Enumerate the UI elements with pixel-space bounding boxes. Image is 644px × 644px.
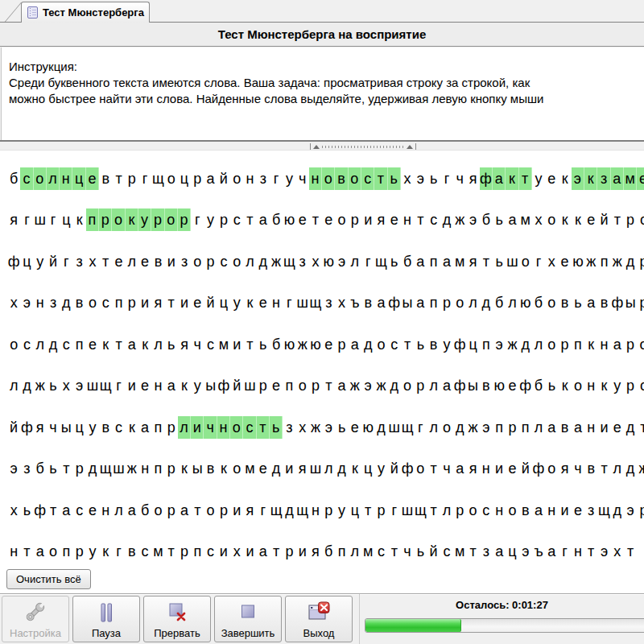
letter-cell[interactable]: д bbox=[611, 499, 624, 522]
letter-cell-highlighted[interactable]: ч bbox=[204, 416, 217, 439]
letter-cell[interactable]: в bbox=[99, 416, 112, 439]
letter-cell-highlighted[interactable]: с bbox=[20, 167, 33, 190]
settings-button[interactable]: Настройка bbox=[2, 596, 69, 642]
letter-cell[interactable]: ж bbox=[453, 208, 466, 231]
letter-cell[interactable]: ю bbox=[519, 291, 532, 314]
letter-cell[interactable]: я bbox=[296, 457, 309, 480]
letter-cell[interactable]: ж bbox=[296, 333, 309, 356]
letter-cell[interactable]: ш bbox=[112, 457, 125, 480]
letter-cell[interactable]: ф bbox=[453, 374, 466, 397]
letter-cell[interactable]: ъ bbox=[532, 540, 545, 563]
letter-cell[interactable]: л bbox=[322, 457, 335, 480]
letter-cell[interactable]: а bbox=[126, 499, 138, 522]
letter-cell[interactable]: б bbox=[532, 291, 545, 314]
letter-cell[interactable]: л bbox=[243, 250, 256, 273]
letter-cell[interactable]: ы bbox=[401, 291, 414, 314]
letter-cell[interactable]: с bbox=[204, 540, 217, 563]
letter-cell[interactable]: к bbox=[243, 291, 256, 314]
letter-cell[interactable]: т bbox=[191, 499, 204, 522]
letter-cell[interactable]: о bbox=[545, 457, 558, 480]
letter-cell[interactable]: г bbox=[532, 250, 545, 273]
letter-cell[interactable]: т bbox=[243, 208, 256, 231]
letter-cell[interactable]: б bbox=[270, 333, 283, 356]
letter-cell[interactable]: о bbox=[230, 167, 243, 190]
letter-cell[interactable]: с bbox=[138, 540, 151, 563]
letter-cell[interactable]: э bbox=[493, 333, 506, 356]
letter-cell[interactable]: д bbox=[440, 208, 453, 231]
letter-cell[interactable]: о bbox=[151, 499, 164, 522]
letter-cell[interactable]: к bbox=[349, 457, 361, 480]
letter-cell[interactable]: щ bbox=[283, 250, 295, 273]
letter-cell[interactable]: к bbox=[126, 416, 138, 439]
letter-cell[interactable]: з bbox=[72, 250, 85, 273]
letter-cell[interactable]: р bbox=[217, 208, 230, 231]
letter-cell-highlighted[interactable]: к bbox=[584, 167, 597, 190]
letter-cell[interactable]: н bbox=[584, 374, 597, 397]
letter-cell-highlighted[interactable]: м bbox=[624, 167, 637, 190]
letter-cell[interactable]: к bbox=[178, 374, 191, 397]
letter-cell[interactable]: й bbox=[519, 457, 532, 480]
letter-cell[interactable]: е bbox=[257, 291, 270, 314]
letter-cell[interactable]: п bbox=[72, 333, 85, 356]
letter-cell[interactable]: д bbox=[374, 416, 387, 439]
letter-cell[interactable]: е bbox=[545, 167, 558, 190]
letter-cell[interactable]: о bbox=[637, 333, 644, 356]
letter-cell[interactable]: е bbox=[296, 208, 309, 231]
letter-cell[interactable]: п bbox=[151, 457, 164, 480]
letter-cell[interactable]: я bbox=[374, 208, 387, 231]
letter-cell[interactable]: ц bbox=[349, 499, 361, 522]
letter-cell[interactable]: ж bbox=[126, 457, 138, 480]
letter-cell[interactable]: я bbox=[34, 416, 47, 439]
letter-cell[interactable]: э bbox=[7, 457, 20, 480]
letter-cell[interactable]: т bbox=[427, 457, 440, 480]
letter-cell[interactable]: о bbox=[545, 208, 558, 231]
letter-cell[interactable]: с bbox=[388, 333, 401, 356]
letter-cell[interactable]: н bbox=[480, 457, 493, 480]
letter-cell[interactable]: м bbox=[243, 457, 256, 480]
letter-cell[interactable]: а bbox=[374, 291, 387, 314]
letter-cell[interactable]: д bbox=[20, 374, 33, 397]
letter-cell[interactable]: р bbox=[283, 540, 295, 563]
letter-cell-highlighted[interactable]: п bbox=[86, 208, 99, 231]
letter-cell-highlighted[interactable]: р bbox=[151, 208, 164, 231]
letter-cell[interactable]: и bbox=[126, 374, 138, 397]
letter-cell[interactable]: й bbox=[217, 167, 230, 190]
letter-cell[interactable]: э bbox=[414, 167, 427, 190]
letter-cell-highlighted[interactable]: ф bbox=[480, 167, 493, 190]
letter-cell[interactable]: л bbox=[466, 291, 479, 314]
letter-cell[interactable]: п bbox=[572, 333, 584, 356]
letter-cell[interactable]: е bbox=[558, 250, 571, 273]
letter-cell[interactable]: у bbox=[191, 374, 204, 397]
letter-cell[interactable]: е bbox=[506, 457, 518, 480]
letter-cell[interactable]: р bbox=[414, 374, 427, 397]
letter-cell[interactable]: и bbox=[138, 291, 151, 314]
letter-cell[interactable]: б bbox=[322, 540, 335, 563]
letter-cell[interactable]: д bbox=[335, 457, 348, 480]
letter-cell[interactable]: с bbox=[440, 540, 453, 563]
letter-cell[interactable]: ю bbox=[283, 333, 295, 356]
letter-cell[interactable]: с bbox=[480, 499, 493, 522]
letter-cell[interactable]: к bbox=[138, 333, 151, 356]
letter-cell[interactable]: ш bbox=[506, 250, 518, 273]
letter-cell-highlighted[interactable]: т bbox=[519, 167, 532, 190]
letter-cell[interactable]: г bbox=[283, 291, 295, 314]
letter-cell[interactable]: р bbox=[374, 499, 387, 522]
letter-cell[interactable]: д bbox=[270, 457, 283, 480]
letter-cell[interactable]: к bbox=[99, 540, 112, 563]
letter-cell[interactable]: у bbox=[230, 291, 243, 314]
letter-cell-highlighted[interactable]: е bbox=[637, 167, 644, 190]
letter-cell-highlighted[interactable]: у bbox=[138, 208, 151, 231]
letter-cell[interactable]: с bbox=[637, 208, 644, 231]
letter-cell[interactable]: в bbox=[519, 499, 532, 522]
letter-cell[interactable]: а bbox=[414, 250, 427, 273]
letter-cell[interactable]: в bbox=[361, 291, 374, 314]
letter-cell[interactable]: э bbox=[335, 250, 348, 273]
letter-cell[interactable]: я bbox=[558, 457, 571, 480]
letter-cell[interactable]: б bbox=[270, 208, 283, 231]
letter-cell[interactable]: и bbox=[558, 499, 571, 522]
letter-cell[interactable]: з bbox=[283, 416, 295, 439]
letter-cell[interactable]: щ bbox=[414, 499, 427, 522]
letter-cell[interactable]: ь bbox=[414, 540, 427, 563]
letter-cell[interactable]: и bbox=[296, 540, 309, 563]
letter-cell[interactable]: е bbox=[349, 416, 361, 439]
